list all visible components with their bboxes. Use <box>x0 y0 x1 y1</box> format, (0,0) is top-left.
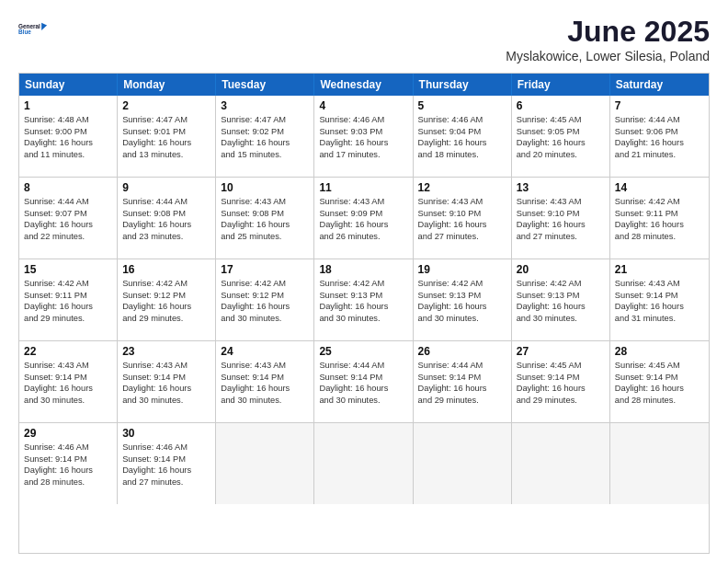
cal-cell-2-5: 20 Sunrise: 4:42 AM Sunset: 9:13 PM Dayl… <box>512 259 610 340</box>
cal-cell-1-2: 10 Sunrise: 4:43 AM Sunset: 9:08 PM Dayl… <box>216 178 314 259</box>
cal-cell-1-0: 8 Sunrise: 4:44 AM Sunset: 9:07 PM Dayli… <box>19 178 118 259</box>
cal-cell-1-4: 12 Sunrise: 4:43 AM Sunset: 9:10 PM Dayl… <box>414 178 512 259</box>
sunrise-line: Sunrise: 4:42 AM <box>517 278 605 290</box>
sunset-line: Sunset: 9:14 PM <box>615 290 704 302</box>
cal-cell-1-5: 13 Sunrise: 4:43 AM Sunset: 9:10 PM Dayl… <box>512 178 610 259</box>
week-row-2: 15 Sunrise: 4:42 AM Sunset: 9:11 PM Dayl… <box>19 259 709 340</box>
week-row-3: 22 Sunrise: 4:43 AM Sunset: 9:14 PM Dayl… <box>19 340 709 422</box>
calendar: Sunday Monday Tuesday Wednesday Thursday… <box>18 73 710 554</box>
sunset-line: Sunset: 9:04 PM <box>418 126 506 138</box>
day-number: 7 <box>615 99 704 112</box>
daylight-line: Daylight: 16 hours <box>615 137 704 149</box>
sunset-line: Sunset: 9:14 PM <box>24 454 112 465</box>
sunset-line: Sunset: 9:03 PM <box>319 126 407 138</box>
daylight-line: Daylight: 16 hours <box>418 383 506 395</box>
title-block: June 2025 Myslakowice, Lower Silesia, Po… <box>506 15 710 63</box>
daylight-line: Daylight: 16 hours <box>418 137 506 149</box>
day-number: 19 <box>418 263 506 276</box>
day-number: 25 <box>319 345 407 358</box>
day-number: 6 <box>517 99 605 112</box>
daylight-line: Daylight: 16 hours <box>418 219 506 231</box>
cal-cell-1-3: 11 Sunrise: 4:43 AM Sunset: 9:09 PM Dayl… <box>314 178 413 259</box>
sunrise-line: Sunrise: 4:42 AM <box>122 278 210 290</box>
sunset-line: Sunset: 9:08 PM <box>122 208 210 220</box>
sunrise-line: Sunrise: 4:47 AM <box>221 114 309 126</box>
sunset-line: Sunset: 9:11 PM <box>24 290 112 302</box>
week-row-4: 29 Sunrise: 4:46 AM Sunset: 9:14 PM Dayl… <box>19 422 709 504</box>
daylight-minutes: and 21 minutes. <box>615 149 704 161</box>
daylight-minutes: and 18 minutes. <box>418 149 506 161</box>
sunrise-line: Sunrise: 4:43 AM <box>122 360 210 372</box>
sunrise-line: Sunrise: 4:43 AM <box>24 360 112 372</box>
daylight-line: Daylight: 16 hours <box>517 301 605 313</box>
cal-cell-2-4: 19 Sunrise: 4:42 AM Sunset: 9:13 PM Dayl… <box>414 259 512 340</box>
daylight-minutes: and 30 minutes. <box>319 313 407 325</box>
sunset-line: Sunset: 9:10 PM <box>517 208 605 220</box>
daylight-line: Daylight: 16 hours <box>319 137 407 149</box>
sunset-line: Sunset: 9:09 PM <box>319 208 407 220</box>
daylight-line: Daylight: 16 hours <box>615 383 704 395</box>
sunrise-line: Sunrise: 4:43 AM <box>221 196 309 208</box>
sunrise-line: Sunrise: 4:44 AM <box>615 114 704 126</box>
header-wednesday: Wednesday <box>314 74 413 96</box>
daylight-minutes: and 30 minutes. <box>418 313 506 325</box>
day-number: 30 <box>122 427 210 440</box>
sunset-line: Sunset: 9:12 PM <box>221 290 309 302</box>
daylight-minutes: and 11 minutes. <box>24 149 112 161</box>
cal-cell-0-5: 6 Sunrise: 4:45 AM Sunset: 9:05 PM Dayli… <box>512 96 610 177</box>
sunset-line: Sunset: 9:14 PM <box>615 372 704 384</box>
sunset-line: Sunset: 9:05 PM <box>517 126 605 138</box>
cal-cell-0-3: 4 Sunrise: 4:46 AM Sunset: 9:03 PM Dayli… <box>314 96 413 177</box>
daylight-minutes: and 25 minutes. <box>221 231 309 243</box>
daylight-line: Daylight: 16 hours <box>122 301 210 313</box>
daylight-line: Daylight: 16 hours <box>24 301 112 313</box>
cal-cell-4-2 <box>216 423 314 504</box>
cal-cell-3-1: 23 Sunrise: 4:43 AM Sunset: 9:14 PM Dayl… <box>118 341 216 422</box>
sunrise-line: Sunrise: 4:42 AM <box>319 278 407 290</box>
cal-cell-1-6: 14 Sunrise: 4:42 AM Sunset: 9:11 PM Dayl… <box>610 178 709 259</box>
daylight-line: Daylight: 16 hours <box>122 219 210 231</box>
day-number: 24 <box>221 345 309 358</box>
day-number: 13 <box>517 181 605 194</box>
cal-cell-2-6: 21 Sunrise: 4:43 AM Sunset: 9:14 PM Dayl… <box>610 259 709 340</box>
cal-cell-3-5: 27 Sunrise: 4:45 AM Sunset: 9:14 PM Dayl… <box>512 341 610 422</box>
day-number: 16 <box>122 263 210 276</box>
daylight-minutes: and 30 minutes. <box>122 395 210 407</box>
day-number: 2 <box>122 99 210 112</box>
daylight-minutes: and 29 minutes. <box>517 395 605 407</box>
cal-cell-0-0: 1 Sunrise: 4:48 AM Sunset: 9:00 PM Dayli… <box>19 96 118 177</box>
sunrise-line: Sunrise: 4:46 AM <box>122 442 210 454</box>
header-sunday: Sunday <box>19 74 118 96</box>
day-number: 4 <box>319 99 407 112</box>
day-number: 8 <box>24 181 112 194</box>
day-number: 15 <box>24 263 112 276</box>
sunset-line: Sunset: 9:14 PM <box>319 372 407 384</box>
daylight-line: Daylight: 16 hours <box>319 219 407 231</box>
cal-cell-3-2: 24 Sunrise: 4:43 AM Sunset: 9:14 PM Dayl… <box>216 341 314 422</box>
daylight-line: Daylight: 16 hours <box>24 383 112 395</box>
svg-marker-2 <box>41 23 47 30</box>
cal-cell-3-6: 28 Sunrise: 4:45 AM Sunset: 9:14 PM Dayl… <box>610 341 709 422</box>
header-thursday: Thursday <box>414 74 512 96</box>
sunset-line: Sunset: 9:10 PM <box>418 208 506 220</box>
daylight-minutes: and 29 minutes. <box>24 313 112 325</box>
svg-text:General: General <box>18 23 40 29</box>
daylight-minutes: and 30 minutes. <box>24 395 112 407</box>
daylight-minutes: and 30 minutes. <box>221 395 309 407</box>
daylight-line: Daylight: 16 hours <box>418 301 506 313</box>
sunrise-line: Sunrise: 4:43 AM <box>221 360 309 372</box>
daylight-line: Daylight: 16 hours <box>517 137 605 149</box>
sunset-line: Sunset: 9:11 PM <box>615 208 704 220</box>
daylight-line: Daylight: 16 hours <box>24 219 112 231</box>
main-title: June 2025 <box>506 15 710 49</box>
day-number: 10 <box>221 181 309 194</box>
daylight-line: Daylight: 16 hours <box>517 383 605 395</box>
daylight-minutes: and 29 minutes. <box>418 395 506 407</box>
sunset-line: Sunset: 9:01 PM <box>122 126 210 138</box>
cal-cell-4-1: 30 Sunrise: 4:46 AM Sunset: 9:14 PM Dayl… <box>118 423 216 504</box>
daylight-line: Daylight: 16 hours <box>221 219 309 231</box>
cal-cell-2-3: 18 Sunrise: 4:42 AM Sunset: 9:13 PM Dayl… <box>314 259 413 340</box>
cal-cell-3-4: 26 Sunrise: 4:44 AM Sunset: 9:14 PM Dayl… <box>414 341 512 422</box>
subtitle: Myslakowice, Lower Silesia, Poland <box>506 49 710 63</box>
day-number: 21 <box>615 263 704 276</box>
